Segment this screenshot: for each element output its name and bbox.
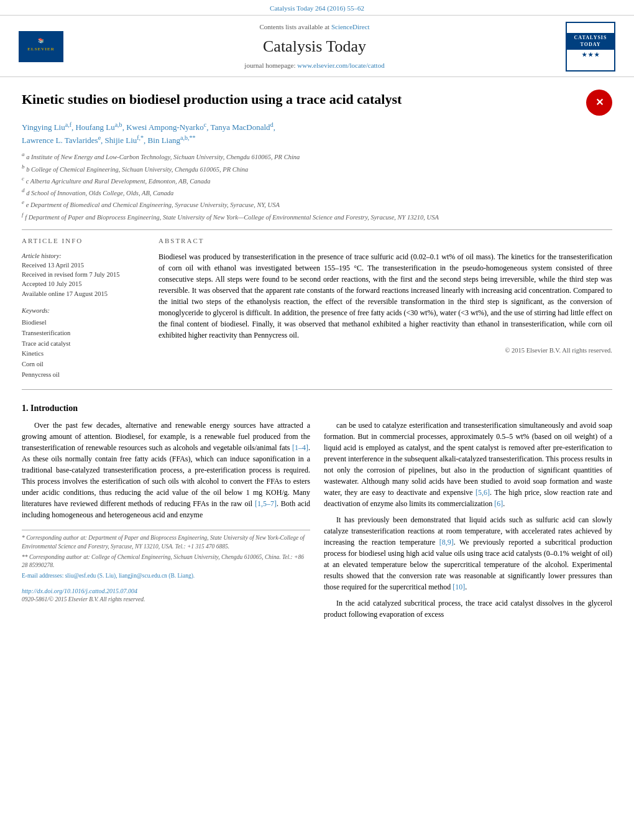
crossmark-icon: ✕ bbox=[586, 90, 612, 116]
affiliation-b: b b College of Chemical Engineering, Sic… bbox=[22, 163, 612, 174]
intro-right-col: can be used to catalyze esterification a… bbox=[324, 420, 612, 625]
svg-text:ELSEVIER: ELSEVIER bbox=[27, 47, 54, 52]
keyword-6: Pennycress oil bbox=[22, 370, 146, 381]
article-info-label: ARTICLE INFO bbox=[22, 236, 146, 246]
section-heading: 1. Introduction bbox=[22, 402, 612, 415]
revised-date: Received in revised form 7 July 2015 bbox=[22, 270, 146, 279]
svg-rect-0 bbox=[22, 33, 60, 58]
paper-title-row: Kinetic studies on biodiesel production … bbox=[22, 90, 612, 116]
affiliation-e: e e Department of Biomedical and Chemica… bbox=[22, 198, 612, 210]
issn-line: 0920-5861/© 2015 Elsevier B.V. All right… bbox=[22, 596, 310, 604]
keywords-label: Keywords: bbox=[22, 306, 146, 315]
keywords-section: Keywords: Biodiesel Transesterification … bbox=[22, 306, 146, 381]
keyword-3: Trace acid catalyst bbox=[22, 339, 146, 349]
affiliation-c: c c Alberta Agriculture and Rural Develo… bbox=[22, 175, 612, 186]
elsevier-box-logo: 📚 ELSEVIER bbox=[19, 31, 63, 62]
journal-header: 📚 ELSEVIER Contents lists available at S… bbox=[0, 16, 634, 77]
keyword-2: Transesterification bbox=[22, 328, 146, 339]
email-line: E-mail addresses: sliu@esf.edu (S. Liu),… bbox=[22, 572, 310, 581]
intro-two-col: Over the past few decades, alternative a… bbox=[22, 420, 612, 625]
divider-1 bbox=[22, 229, 612, 230]
keywords-list: Biodiesel Transesterification Trace acid… bbox=[22, 318, 146, 381]
paper-title: Kinetic studies on biodiesel production … bbox=[22, 90, 574, 109]
authors-line: Yingying Liua,f, Houfang Lua,b, Kwesi Am… bbox=[22, 121, 612, 147]
journal-center: Contents lists available at ScienceDirec… bbox=[63, 22, 566, 71]
footnote-star: * Corresponding author at: Department of… bbox=[22, 534, 310, 552]
svg-text:📚: 📚 bbox=[38, 37, 45, 44]
affiliation-d: d d School of Innovation, Olds College, … bbox=[22, 187, 612, 198]
homepage-link[interactable]: www.elsevier.com/locate/cattod bbox=[297, 62, 384, 69]
intro-left-text: Over the past few decades, alternative a… bbox=[22, 420, 310, 520]
catalysis-logo: CATALYSISTODAY ★ ★ ★ bbox=[566, 22, 615, 72]
affiliation-f: f f Department of Paper and Bioprocess E… bbox=[22, 211, 612, 222]
abstract-paragraph: Biodiesel was produced by transesterific… bbox=[158, 251, 612, 341]
sciencedirect-link[interactable]: ScienceDirect bbox=[331, 23, 370, 30]
accepted-date: Accepted 10 July 2015 bbox=[22, 279, 146, 288]
catalysis-logo-subtitle: ★ ★ ★ bbox=[581, 50, 601, 60]
intro-right-text: can be used to catalyze esterification a… bbox=[324, 420, 612, 620]
history-label: Article history: bbox=[22, 251, 146, 261]
keyword-1: Biodiesel bbox=[22, 318, 146, 328]
article-abstract-section: ARTICLE INFO Article history: Received 1… bbox=[22, 236, 612, 381]
journal-ref: Catalysis Today 264 (2016) 55–62 bbox=[270, 4, 364, 12]
journal-title: Catalysis Today bbox=[63, 35, 566, 58]
footnotes-section: * Corresponding author at: Department of… bbox=[22, 530, 310, 604]
affiliation-a: a a Institute of New Energy and Low-Carb… bbox=[22, 150, 612, 162]
abstract-label: ABSTRACT bbox=[158, 236, 612, 246]
received-date: Received 13 April 2015 bbox=[22, 261, 146, 270]
main-content: Kinetic studies on biodiesel production … bbox=[0, 77, 634, 637]
keyword-5: Corn oil bbox=[22, 359, 146, 370]
article-info-panel: ARTICLE INFO Article history: Received 1… bbox=[22, 236, 146, 381]
intro-left-col: Over the past few decades, alternative a… bbox=[22, 420, 310, 625]
keyword-4: Kinetics bbox=[22, 349, 146, 359]
available-date: Available online 17 August 2015 bbox=[22, 289, 146, 298]
divider-2 bbox=[22, 389, 612, 390]
footnote-star-star: ** Corresponding author at: College of C… bbox=[22, 553, 310, 571]
abstract-panel: ABSTRACT Biodiesel was produced by trans… bbox=[158, 236, 612, 381]
affiliations: a a Institute of New Energy and Low-Carb… bbox=[22, 150, 612, 222]
abstract-text: Biodiesel was produced by transesterific… bbox=[158, 251, 612, 341]
homepage-line: journal homepage: www.elsevier.com/locat… bbox=[63, 61, 566, 71]
introduction-section: 1. Introduction Over the past few decade… bbox=[22, 402, 612, 625]
elsevier-logo: 📚 ELSEVIER bbox=[19, 31, 63, 62]
contents-line: Contents lists available at ScienceDirec… bbox=[63, 22, 566, 32]
doi-link[interactable]: http://dx.doi.org/10.1016/j.cattod.2015.… bbox=[22, 587, 310, 596]
article-history-block: Article history: Received 13 April 2015 … bbox=[22, 251, 146, 298]
top-bar: Catalysis Today 264 (2016) 55–62 bbox=[0, 0, 634, 16]
catalysis-logo-text: CATALYSISTODAY bbox=[567, 33, 614, 50]
copyright-notice: © 2015 Elsevier B.V. All rights reserved… bbox=[158, 346, 612, 355]
